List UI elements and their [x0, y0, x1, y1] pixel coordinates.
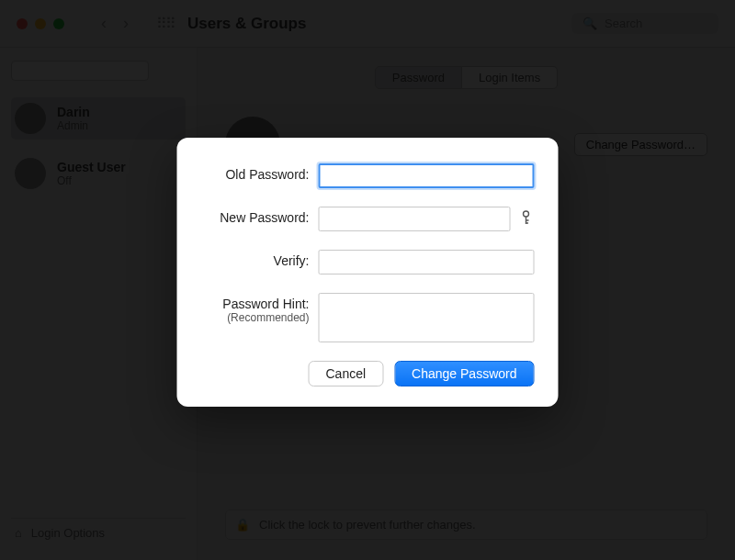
password-hint-input[interactable] — [319, 293, 535, 342]
change-password-button[interactable]: Change Password — [394, 361, 534, 386]
verify-label: Verify: — [201, 250, 319, 268]
old-password-label: Old Password: — [201, 163, 319, 182]
old-password-input[interactable] — [319, 163, 535, 188]
svg-point-0 — [524, 211, 529, 217]
hint-label-main: Password Hint: — [222, 297, 309, 311]
new-password-input[interactable] — [319, 207, 511, 231]
hint-label: Password Hint: (Recommended) — [201, 293, 319, 324]
change-password-dialog: Old Password: New Password: Verify: — [177, 138, 559, 407]
verify-password-input[interactable] — [319, 250, 535, 274]
cancel-button[interactable]: Cancel — [309, 361, 384, 386]
key-icon[interactable] — [518, 210, 535, 228]
new-password-label: New Password: — [201, 207, 319, 225]
hint-label-sub: (Recommended) — [201, 311, 310, 324]
